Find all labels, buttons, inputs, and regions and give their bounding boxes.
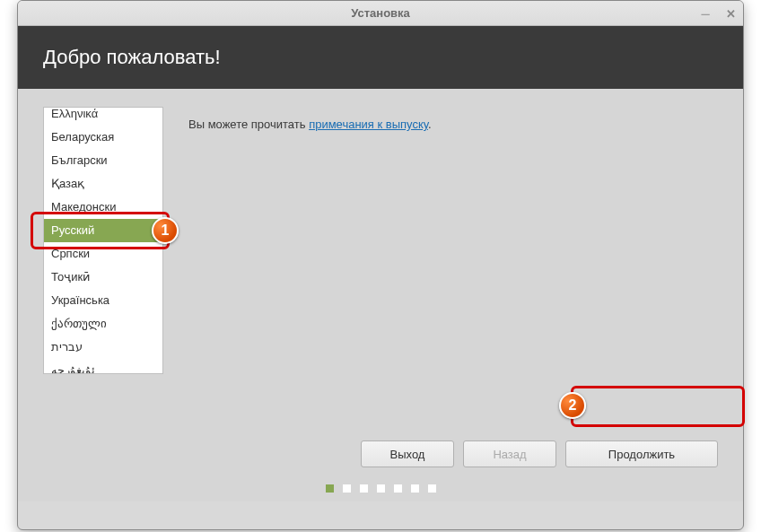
window-controls: ─ ✕: [698, 1, 738, 26]
quit-button[interactable]: Выход: [361, 440, 454, 467]
language-item[interactable]: Српски: [44, 242, 162, 266]
language-item[interactable]: Македонски: [44, 196, 162, 219]
language-item[interactable]: ქართული: [44, 312, 162, 336]
back-button: Назад: [463, 440, 556, 467]
back-button-label: Назад: [493, 448, 526, 461]
release-notes-link[interactable]: примечания к выпуску: [309, 118, 428, 131]
language-item[interactable]: ئۇيغۇرچە: [44, 359, 162, 374]
language-item[interactable]: עברית: [44, 336, 162, 359]
language-item[interactable]: Қазақ: [44, 172, 162, 196]
release-suffix: .: [428, 118, 432, 131]
continue-button[interactable]: Продолжить: [565, 440, 718, 467]
button-bar: Выход Назад Продолжить: [361, 440, 718, 467]
language-item[interactable]: Тоҷикӣ: [44, 266, 162, 289]
progress-dot: [343, 484, 351, 493]
release-notes-text: Вы можете прочитать примечания к выпуску…: [188, 118, 432, 131]
progress-dot: [394, 484, 402, 493]
window-title: Установка: [351, 6, 410, 20]
language-item[interactable]: Беларуская: [44, 126, 162, 149]
language-item[interactable]: Українська: [44, 289, 162, 312]
progress-dot: [428, 484, 436, 493]
page-title: Добро пожаловать!: [43, 46, 221, 68]
progress-dot: [326, 484, 334, 493]
progress-dot: [377, 484, 385, 493]
language-item[interactable]: Български: [44, 149, 162, 172]
minimize-icon[interactable]: ─: [698, 6, 713, 21]
language-list[interactable]: ΕλληνικάБеларускаяБългарскиҚазақМакедонс…: [43, 107, 163, 374]
continue-button-label: Продолжить: [608, 448, 675, 461]
close-icon[interactable]: ✕: [723, 6, 738, 21]
page-header: Добро пожаловать!: [18, 26, 743, 89]
progress-dot: [360, 484, 368, 493]
progress-dot: [411, 484, 419, 493]
language-item[interactable]: Русский: [44, 219, 162, 242]
progress-dots: [18, 484, 743, 493]
release-prefix: Вы можете прочитать: [188, 118, 309, 131]
quit-button-label: Выход: [390, 448, 425, 461]
installer-window: Установка ─ ✕ Добро пожаловать! Ελληνικά…: [17, 0, 744, 530]
language-item[interactable]: Ελληνικά: [44, 107, 162, 126]
titlebar: Установка ─ ✕: [18, 1, 743, 26]
content-area: ΕλληνικάБеларускаяБългарскиҚазақМакедонс…: [18, 89, 743, 501]
